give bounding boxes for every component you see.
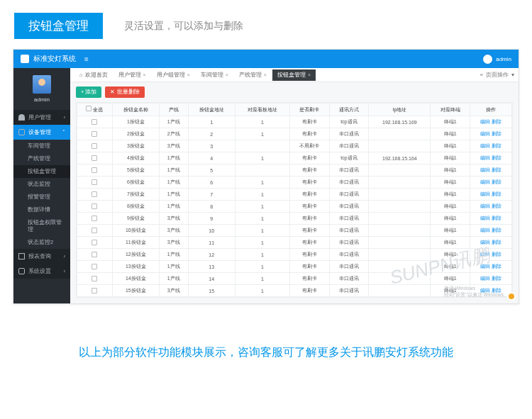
col-header: 是否刷卡 xyxy=(289,104,329,116)
delete-link[interactable]: 删除 xyxy=(492,143,501,148)
checkbox[interactable] xyxy=(92,143,97,149)
table-cell: 1产线 xyxy=(160,273,189,285)
edit-link[interactable]: 编辑 xyxy=(480,191,490,196)
edit-link[interactable]: 编辑 xyxy=(480,216,490,220)
checkbox[interactable] xyxy=(92,119,97,125)
table-cell: 1 xyxy=(235,285,289,297)
edit-link[interactable]: 编辑 xyxy=(480,240,490,245)
table-cell: 1产线 xyxy=(160,201,189,213)
tab-欢迎首页[interactable]: 欢迎首页 xyxy=(74,69,113,81)
table-row: 1按钮盒1产线11有刷卡tcp通讯192.168.15.169终端1编辑 删除 xyxy=(77,116,512,128)
batch-delete-button[interactable]: ✕ 批量删除 xyxy=(105,86,144,98)
table-cell: 14按钮盒 xyxy=(112,273,159,285)
checkbox[interactable] xyxy=(92,167,97,173)
notification-badge-icon[interactable] xyxy=(507,292,516,301)
close-icon[interactable]: × xyxy=(226,72,228,77)
delete-link[interactable]: 删除 xyxy=(492,216,501,220)
close-icon[interactable]: × xyxy=(308,72,311,77)
tabbar-right-arrow-icon[interactable]: « xyxy=(480,72,483,78)
avatar-icon[interactable] xyxy=(483,55,492,64)
close-icon[interactable]: × xyxy=(187,72,190,77)
checkbox[interactable] xyxy=(92,216,97,221)
table-cell xyxy=(369,285,431,297)
hamburger-icon[interactable]: ≡ xyxy=(84,55,89,63)
edit-link[interactable]: 编辑 xyxy=(480,276,490,281)
delete-link[interactable]: 删除 xyxy=(492,276,501,281)
delete-link[interactable]: 删除 xyxy=(492,191,501,196)
table-cell: 3产线 xyxy=(160,285,189,297)
delete-link[interactable]: 删除 xyxy=(492,167,501,172)
delete-link[interactable]: 删除 xyxy=(492,179,501,184)
table-cell: 14 xyxy=(188,273,235,285)
checkbox[interactable] xyxy=(92,131,97,137)
delete-link[interactable]: 删除 xyxy=(492,131,501,136)
tab-产线管理[interactable]: 产线管理× xyxy=(234,69,272,81)
table-cell: 9按钮盒 xyxy=(112,213,159,225)
checkbox[interactable] xyxy=(92,179,97,185)
topbar-username[interactable]: admin xyxy=(496,56,511,62)
checkbox[interactable] xyxy=(92,191,97,197)
close-icon[interactable]: × xyxy=(264,72,267,77)
page-ops-label[interactable]: 页面操作 xyxy=(486,72,509,79)
sidebar-sub-产线管理[interactable]: 产线管理 xyxy=(13,152,70,165)
edit-link[interactable]: 编辑 xyxy=(480,143,490,148)
add-button[interactable]: + 添加 xyxy=(76,86,101,98)
checkbox[interactable] xyxy=(92,155,97,161)
table-row: 2按钮盒2产线21有刷卡串口通讯终端1编辑 删除 xyxy=(77,128,512,140)
chevron-down-icon[interactable]: ▾ xyxy=(511,72,514,78)
tab-label: 用户组管理 xyxy=(157,72,185,78)
chevron-left-icon: ‹ xyxy=(64,269,65,274)
sidebar-sub-状态监控[interactable]: 状态监控 xyxy=(13,178,70,191)
table-cell: 终端1 xyxy=(431,164,470,177)
table-row: 8按钮盒1产线81有刷卡串口通讯终端1编辑 删除 xyxy=(77,201,512,213)
tab-车间管理[interactable]: 车间管理× xyxy=(196,69,233,81)
edit-link[interactable]: 编辑 xyxy=(480,155,490,160)
checkbox[interactable] xyxy=(92,276,97,281)
delete-link[interactable]: 删除 xyxy=(492,155,501,160)
close-icon[interactable]: × xyxy=(143,72,146,77)
delete-link[interactable]: 删除 xyxy=(492,119,501,124)
table-cell: 串口通讯 xyxy=(329,273,369,285)
sidebar-item-用户管理[interactable]: 用户管理‹ xyxy=(13,110,70,125)
sidebar-sub-状态监控2[interactable]: 状态监控2 xyxy=(13,236,70,249)
sidebar-item-系统设置[interactable]: 系统设置‹ xyxy=(13,264,70,279)
sidebar-item-设备管理[interactable]: 设备管理˅ xyxy=(13,125,70,140)
edit-link[interactable]: 编辑 xyxy=(480,264,490,269)
delete-link[interactable]: 删除 xyxy=(492,264,501,269)
table-cell: 1 xyxy=(235,249,289,261)
chevron-left-icon: ‹ xyxy=(64,254,65,259)
sidebar-item-报表查询[interactable]: 报表查询‹ xyxy=(13,249,70,264)
delete-link[interactable]: 删除 xyxy=(492,203,501,208)
checkbox[interactable] xyxy=(92,240,97,245)
checkbox[interactable] xyxy=(86,106,92,111)
sidebar-sub-报警管理[interactable]: 报警管理 xyxy=(13,191,70,203)
sidebar-sub-按钮盒管理[interactable]: 按钮盒管理 xyxy=(13,165,70,178)
checkbox[interactable] xyxy=(92,203,97,209)
edit-link[interactable]: 编辑 xyxy=(480,252,490,257)
checkbox[interactable] xyxy=(92,252,97,257)
main-panel: 欢迎首页用户管理×用户组管理×车间管理×产线管理×按钮盒管理× « 页面操作 ▾… xyxy=(70,68,519,303)
table-cell: 有刷卡 xyxy=(289,177,329,189)
checkbox[interactable] xyxy=(92,288,97,294)
sidebar-sub-数据详情[interactable]: 数据详情 xyxy=(13,203,70,216)
tab-按钮盒管理[interactable]: 按钮盒管理× xyxy=(272,69,316,81)
tab-用户组管理[interactable]: 用户组管理× xyxy=(152,69,195,81)
data-table: 全选按钮盒名称产线按钮盒地址对应看板地址是否刷卡通讯方式Ip地址对应终端操作 1… xyxy=(76,102,513,298)
delete-link[interactable]: 删除 xyxy=(492,252,501,257)
table-cell: 3产线 xyxy=(160,225,189,237)
delete-link[interactable]: 删除 xyxy=(492,240,501,245)
edit-link[interactable]: 编辑 xyxy=(480,119,490,124)
edit-link[interactable]: 编辑 xyxy=(480,228,490,233)
sidebar-sub-按钮盒权限管理[interactable]: 按钮盒权限管理 xyxy=(13,216,70,236)
delete-link[interactable]: 删除 xyxy=(492,228,501,233)
checkbox[interactable] xyxy=(92,264,97,269)
checkbox[interactable] xyxy=(92,228,97,233)
tab-用户管理[interactable]: 用户管理× xyxy=(113,69,151,81)
edit-link[interactable]: 编辑 xyxy=(480,203,490,208)
edit-link[interactable]: 编辑 xyxy=(480,167,490,172)
sidebar-sub-车间管理[interactable]: 车间管理 xyxy=(13,140,70,152)
edit-link[interactable]: 编辑 xyxy=(480,131,490,136)
table-cell: 串口通讯 xyxy=(329,201,369,213)
edit-link[interactable]: 编辑 xyxy=(480,179,490,184)
table-cell: 有刷卡 xyxy=(289,237,329,249)
